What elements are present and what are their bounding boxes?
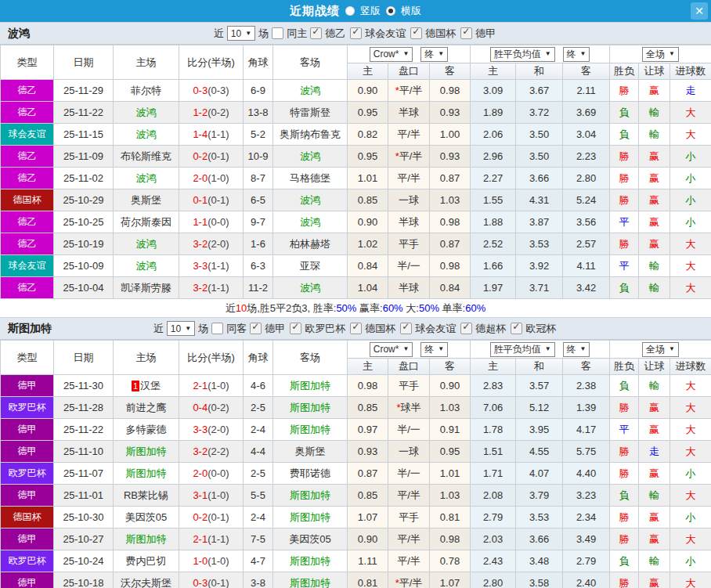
league-label: 球会友谊 <box>415 322 456 336</box>
select-value: 胜平负均值 <box>494 48 541 61</box>
league-checkbox[interactable] <box>350 27 362 39</box>
cell-avg-away: 4.40 <box>563 463 610 485</box>
same-side-checkbox[interactable] <box>272 27 283 39</box>
league-checkbox[interactable] <box>290 323 301 334</box>
rank-badge: 1 <box>132 381 139 391</box>
cell-odds-away: 1.03 <box>430 397 471 419</box>
cell-avg-away: 4.17 <box>563 419 610 441</box>
cell-handicap: 平手 <box>388 375 430 397</box>
odds-dropdown-cell: Crow*▼ 终▼ <box>348 341 471 359</box>
full-time-score: 0-3 <box>193 85 208 96</box>
cell-corners: 1-6 <box>244 233 273 255</box>
cell-avg-draw: 4.07 <box>516 463 563 485</box>
odds-company-select[interactable]: Crow*▼ <box>370 47 413 62</box>
near-label: 近 <box>214 27 224 41</box>
half-time-score: (2-0) <box>208 424 229 435</box>
cell-competition: 德乙 <box>1 277 54 299</box>
sub-header-avg-draw: 和 <box>516 63 563 80</box>
handicap-value: 半/一 <box>397 260 420 272</box>
team-name: 斯图加特 <box>8 322 52 336</box>
odds-time-select[interactable]: 终▼ <box>420 342 448 357</box>
cell-odds-away: 0.98 <box>430 528 471 550</box>
cell-avg-draw: 3.50 <box>516 146 563 168</box>
cell-odds-home: 0.95 <box>348 146 388 168</box>
mean-time-select[interactable]: 终▼ <box>563 342 590 357</box>
cell-result-goals: 大 <box>670 419 711 441</box>
mean-select[interactable]: 胜平负均值▼ <box>490 342 555 357</box>
full-time-score: 1-2 <box>193 106 208 118</box>
cell-odds-away: 0.93 <box>430 102 471 124</box>
league-checkbox[interactable] <box>310 27 322 39</box>
scope-select[interactable]: 全场▼ <box>642 47 679 62</box>
cell-odds-home: 0.90 <box>348 211 388 233</box>
cell-handicap: 一球 <box>388 189 430 211</box>
close-button[interactable]: ✕ <box>691 2 708 20</box>
mean-time-select[interactable]: 终▼ <box>563 47 590 62</box>
league-checkbox[interactable] <box>250 323 262 334</box>
handicap-value: 平/半 <box>397 533 420 545</box>
league-checkbox[interactable] <box>350 323 362 334</box>
radio-vertical[interactable] <box>345 6 355 16</box>
match-row: 德乙25-10-04凯泽斯劳滕3-2(1-1)11-2波鸿1.04半球0.841… <box>1 277 711 299</box>
same-side-checkbox[interactable] <box>211 323 223 334</box>
col-header-home: 主场 <box>114 341 179 375</box>
cell-odds-away: 0.95 <box>430 441 471 463</box>
results-table: 类型 日期 主场 比分(半场) 角球 客场 Crow*▼ 终▼ 胜平负均值▼ 终… <box>0 45 711 299</box>
half-time-score: (1-0) <box>208 380 229 391</box>
league-label: 欧罗巴杯 <box>305 322 345 336</box>
odds-time-select[interactable]: 终▼ <box>420 47 448 62</box>
select-value: 终 <box>424 343 434 356</box>
cell-avg-home: 1.51 <box>471 441 516 463</box>
half-time-score: (0-1) <box>208 194 229 206</box>
chevron-down-icon: ▼ <box>402 51 409 57</box>
cell-result-handicap: 赢 <box>639 189 670 211</box>
cell-away-team: 波鸿 <box>273 146 348 168</box>
league-checkbox[interactable] <box>460 323 472 334</box>
home-team-name: 布轮斯维克 <box>121 150 171 162</box>
league-checkbox[interactable] <box>511 323 522 334</box>
handicap-value: 平/半 <box>399 150 423 162</box>
cell-date: 25-10-24 <box>54 550 114 572</box>
full-time-score: 2-1 <box>193 380 208 391</box>
cell-score: 0-1(0-1) <box>179 189 244 211</box>
sub-header-handicap-result: 让球 <box>639 63 670 80</box>
handicap-value: 平手 <box>399 511 419 523</box>
radio-horizontal[interactable] <box>386 6 395 16</box>
away-team-name: 波鸿 <box>300 150 320 162</box>
cell-competition: 德乙 <box>1 211 54 233</box>
away-team-name: 斯图加特 <box>290 511 330 523</box>
radio-horizontal-label[interactable]: 横版 <box>401 4 421 18</box>
away-team-name: 波鸿 <box>300 282 320 294</box>
mean-select[interactable]: 胜平负均值▼ <box>490 47 555 62</box>
half-time-score: (1-1) <box>208 128 229 140</box>
cell-result-goals: 小 <box>670 211 711 233</box>
league-filters: 德甲欧罗巴杯德国杯球会友谊德超杯欧冠杯 <box>250 322 558 336</box>
cell-date: 25-10-09 <box>54 255 114 277</box>
cell-result-outcome: 勝 <box>610 441 639 463</box>
match-row: 德甲25-11-10斯图加特3-2(2-2)4-4奥斯堡0.93一球0.951.… <box>1 441 711 463</box>
cell-corners: 13-8 <box>244 102 273 124</box>
match-row: 德甲25-11-22多特蒙德3-3(2-0)2-4斯图加特0.97半/一0.91… <box>1 419 711 441</box>
home-team-name: 荷尔斯泰因 <box>121 216 171 228</box>
odds-company-select[interactable]: Crow*▼ <box>370 342 413 357</box>
league-checkbox[interactable] <box>400 323 412 334</box>
recent-count-select[interactable]: 10▼ <box>227 26 255 41</box>
away-team-name: 费耶诺德 <box>290 467 330 479</box>
select-value: 10 <box>231 28 241 39</box>
league-checkbox[interactable] <box>410 27 422 39</box>
recent-count-select[interactable]: 10▼ <box>167 321 195 336</box>
cell-odds-home: 0.98 <box>348 375 388 397</box>
league-checkbox[interactable] <box>460 27 472 39</box>
match-row: 德乙25-11-09布轮斯维克0-2(0-1)10-9波鸿0.95*平/半0.9… <box>1 146 711 168</box>
cell-avg-draw: 3.67 <box>516 80 563 102</box>
sub-header-odds-home: 主 <box>348 359 388 375</box>
away-team-name: 波鸿 <box>300 216 320 228</box>
cell-date: 25-11-02 <box>54 168 114 189</box>
match-row: 德乙25-11-02波鸿2-0(1-0)8-7马格德堡1.01平/半0.872.… <box>1 168 711 189</box>
col-header-away: 客场 <box>273 341 348 375</box>
scope-select[interactable]: 全场▼ <box>642 342 679 357</box>
radio-vertical-label[interactable]: 竖版 <box>360 4 381 18</box>
match-row: 德甲25-10-27斯图加特2-1(1-1)7-5美因茨050.90平/半0.9… <box>1 528 711 550</box>
cell-odds-away: 0.93 <box>430 146 471 168</box>
cell-score: 3-2(2-0) <box>179 233 244 255</box>
